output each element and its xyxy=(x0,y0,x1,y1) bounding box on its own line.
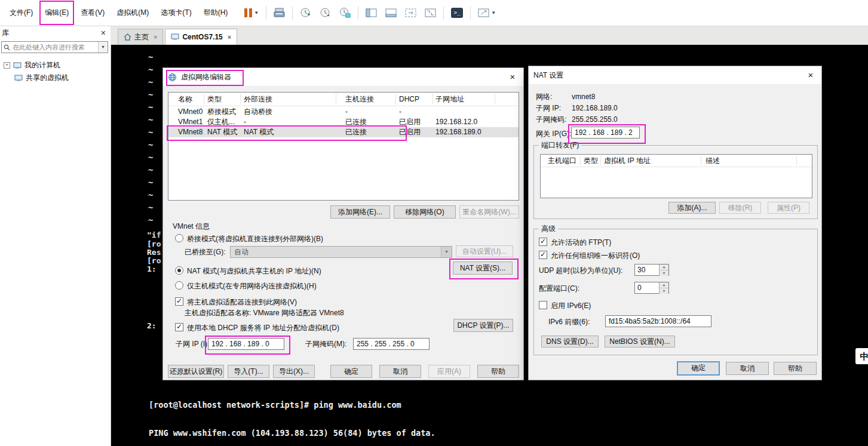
menu-view[interactable]: 查看(V) xyxy=(75,0,111,26)
cell: - xyxy=(345,107,348,117)
pause-button[interactable]: ▼ xyxy=(243,7,260,19)
tab-label: CentOS7.15 xyxy=(182,33,222,41)
terminal-line: PING www.wshifen.com (104.193.88.123) 56… xyxy=(149,429,523,438)
enable-ipv6-checkbox[interactable]: 启用 IPv6(E) xyxy=(539,301,591,310)
radio-icon xyxy=(175,234,183,242)
snapshot-manager-icon xyxy=(339,7,351,19)
dialog-title: NAT 设置 xyxy=(533,70,563,81)
import-button[interactable]: 导入(T)... xyxy=(228,365,269,378)
editor-fragment: 1: xyxy=(147,264,157,273)
thumbnail-bar-button[interactable] xyxy=(384,7,398,19)
stretch-icon xyxy=(478,8,489,17)
dialog-titlebar: 虚拟网络编辑器 × xyxy=(163,68,523,87)
ok-button[interactable]: 确定 xyxy=(330,365,372,378)
radio-label: 桥接模式(将虚拟机直接连接到外部网络)(B) xyxy=(187,235,323,243)
take-snapshot-button[interactable] xyxy=(299,6,312,20)
network-row-vmnet8[interactable]: VMnet8 NAT 模式 NAT 模式 已连接 已启用 192.168.189… xyxy=(168,127,519,137)
subnet-ip-input[interactable]: 192 . 168 . 189 . 0 xyxy=(208,338,284,350)
spin-down-icon[interactable]: ▼ xyxy=(660,288,668,294)
bridged-to-select[interactable]: 自动 ▼ xyxy=(230,246,452,258)
udp-timeout-stepper[interactable]: 30 ▲▼ xyxy=(634,264,669,276)
bridged-to-label: 已桥接至(G): xyxy=(185,248,226,257)
menu-edit[interactable]: 编辑(E) xyxy=(39,0,75,26)
network-label: 网络: xyxy=(536,93,552,101)
column-header: 类型 xyxy=(207,93,222,106)
library-search-input[interactable]: 在此处键入内容进行搜索 ▼ xyxy=(1,41,108,53)
spin-up-icon[interactable]: ▲ xyxy=(660,264,668,270)
hostonly-mode-radio[interactable]: 仅主机模式(在专用网络内连接虚拟机)(H) xyxy=(175,281,317,291)
nat-settings-button[interactable]: NAT 设置(S)... xyxy=(453,262,513,275)
udp-timeout-label: UDP 超时(以秒为单位)(U): xyxy=(539,266,622,275)
pf-add-button[interactable]: 添加(A)... xyxy=(668,202,716,214)
nat-mode-radio[interactable]: NAT 模式(与虚拟机共享主机的 IP 地址)(N) xyxy=(175,266,321,276)
stretch-guest-button[interactable]: ▼ xyxy=(477,7,497,19)
rename-network-button[interactable]: 重命名网络(W)... xyxy=(459,205,519,219)
close-icon[interactable]: × xyxy=(508,72,517,82)
apply-button[interactable]: 应用(A) xyxy=(428,365,470,378)
help-button[interactable]: 帮助 xyxy=(774,362,817,375)
menu-vm[interactable]: 虚拟机(M) xyxy=(111,0,155,26)
cancel-button[interactable]: 取消 xyxy=(379,365,421,378)
auto-settings-button[interactable]: 自动设置(U)... xyxy=(456,245,513,257)
tree-item-my-computer[interactable]: + 我的计算机 xyxy=(0,59,111,72)
subnet-mask-value: 255.255.255.0 xyxy=(572,115,618,124)
network-row-vmnet1[interactable]: VMnet1 仅主机... - 已连接 已启用 192.168.12.0 xyxy=(168,117,519,127)
snapshot-manager-button[interactable] xyxy=(338,6,352,20)
allow-ftp-checkbox[interactable]: 允许活动的 FTP(T) xyxy=(539,238,611,247)
cell: 仅主机... xyxy=(207,117,235,127)
toolbar-separator xyxy=(292,6,293,20)
search-dropdown-icon[interactable]: ▼ xyxy=(98,42,108,53)
library-panel: 库 × 在此处键入内容进行搜索 ▼ + 我的计算机 xyxy=(0,26,111,446)
show-library-button[interactable] xyxy=(364,7,378,19)
library-tree: + 我的计算机 共享的虚拟机 xyxy=(0,59,111,84)
ipv6-prefix-input[interactable]: fd15:4ba5:5a2b:1008::/64 xyxy=(605,315,711,327)
menu-help[interactable]: 帮助(H) xyxy=(198,0,234,26)
dhcp-settings-button[interactable]: DHCP 设置(P)... xyxy=(453,319,513,332)
expander-icon[interactable]: + xyxy=(4,62,10,69)
column-header: 描述 xyxy=(706,155,720,167)
export-button[interactable]: 导出(X)... xyxy=(273,365,315,378)
use-dhcp-checkbox[interactable]: 使用本地 DHCP 服务将 IP 地址分配给虚拟机(D) xyxy=(175,323,339,333)
close-tab-icon[interactable]: × xyxy=(154,33,157,41)
tab-centos[interactable]: CentOS7.15 × xyxy=(165,29,237,45)
revert-snapshot-button[interactable] xyxy=(318,6,332,20)
toolbar-separator xyxy=(358,6,358,20)
column-header: 虚拟机 IP 地址 xyxy=(604,155,651,167)
ok-button[interactable]: 确定 xyxy=(677,361,720,376)
dns-settings-button[interactable]: DNS 设置(D)... xyxy=(541,336,599,347)
spin-up-icon[interactable]: ▲ xyxy=(660,282,668,288)
fullscreen-button[interactable] xyxy=(404,7,418,19)
pf-remove-button[interactable]: 移除(R) xyxy=(719,202,761,214)
revert-clock-icon xyxy=(320,7,331,19)
tree-item-shared-vms[interactable]: 共享的虚拟机 xyxy=(0,72,111,84)
send-ctrl-alt-del-button[interactable] xyxy=(272,7,286,19)
connect-adapter-checkbox[interactable]: 将主机虚拟适配器连接到此网络(V) xyxy=(175,297,297,307)
help-button[interactable]: 帮助 xyxy=(477,365,519,378)
config-port-stepper[interactable]: 0 ▲▼ xyxy=(634,282,669,294)
port-forward-header: 主机端口 类型 虚拟机 IP 地址 描述 xyxy=(541,155,812,167)
menu-tabs[interactable]: 选项卡(T) xyxy=(155,0,197,26)
tab-home[interactable]: 主页 × xyxy=(118,29,163,45)
spin-down-icon[interactable]: ▼ xyxy=(660,270,668,276)
gateway-ip-input[interactable]: 192 . 168 . 189 . 2 xyxy=(571,127,640,139)
port-forward-list[interactable]: 主机端口 类型 虚拟机 IP 地址 描述 xyxy=(540,154,812,198)
bridged-mode-radio[interactable]: 桥接模式(将虚拟机直接连接到外部网络)(B) xyxy=(175,234,323,244)
netbios-settings-button[interactable]: NetBIOS 设置(N)... xyxy=(605,336,675,347)
advanced-group: 高级 允许活动的 FTP(T) 允许任何组织唯一标识符(O) UDP 超时(以秒… xyxy=(533,229,818,355)
network-row-vmnet0[interactable]: VMnet0 桥接模式 自动桥接 - - xyxy=(168,107,519,117)
network-globe-icon xyxy=(168,73,177,82)
radio-label: 仅主机模式(在专用网络内连接虚拟机)(H) xyxy=(187,282,317,290)
subnet-mask-input[interactable]: 255 . 255 . 255 . 0 xyxy=(353,338,430,350)
allow-oui-checkbox[interactable]: 允许任何组织唯一标识符(O) xyxy=(539,251,640,260)
menu-file[interactable]: 文件(F) xyxy=(4,0,39,26)
close-library-icon[interactable]: × xyxy=(101,26,106,40)
remove-network-button[interactable]: 移除网络(O) xyxy=(394,205,456,219)
unity-mode-button[interactable] xyxy=(424,7,437,19)
cancel-button[interactable]: 取消 xyxy=(726,362,769,375)
restore-defaults-button[interactable]: 还原默认设置(R) xyxy=(168,365,224,378)
add-network-button[interactable]: 添加网络(E)... xyxy=(330,205,390,219)
console-view-button[interactable]: >_ xyxy=(450,7,464,19)
pf-properties-button[interactable]: 属性(P) xyxy=(768,202,809,214)
close-icon[interactable]: × xyxy=(806,70,815,80)
close-tab-icon[interactable]: × xyxy=(228,33,231,41)
